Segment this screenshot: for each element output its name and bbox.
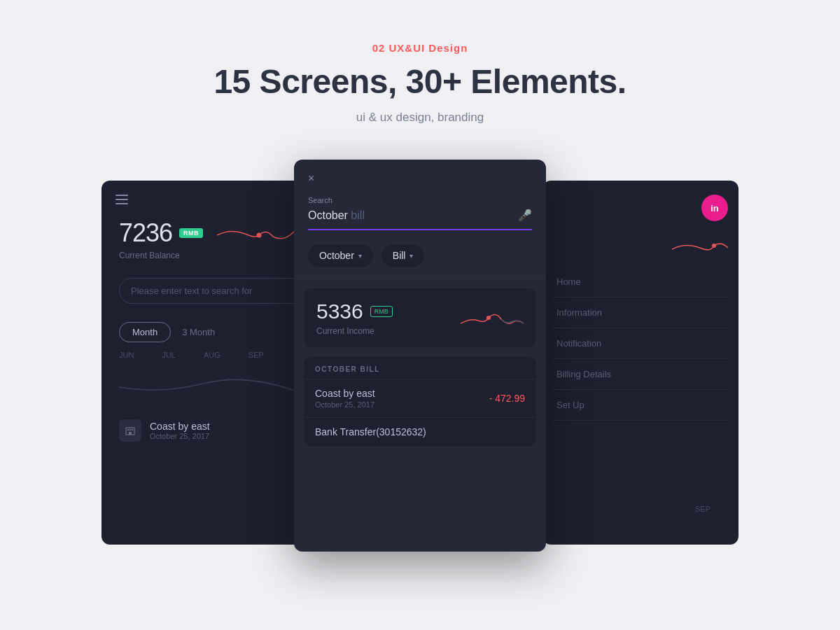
income-chart (461, 304, 524, 332)
header-title: 15 Screens, 30+ Elements. (214, 62, 626, 101)
search-placeholder: Please enter text to search for (131, 286, 252, 296)
svg-rect-2 (127, 429, 129, 430)
bill-item-1-amount: - 472.99 (489, 393, 525, 404)
month-button[interactable]: Month (119, 322, 171, 342)
search-section: Search October bill 🎤 (294, 190, 546, 233)
br-chart-container (542, 228, 738, 260)
nav-home[interactable]: Home (553, 267, 728, 298)
chevron-down-icon: ▾ (358, 252, 362, 260)
filter-bill-button[interactable]: Bill ▾ (382, 244, 425, 267)
bill-item-2[interactable]: Bank Transfer(30152632) (304, 417, 536, 446)
chevron-down-icon-2: ▾ (410, 252, 413, 260)
menu-icon[interactable] (115, 195, 128, 204)
br-nav-items: Home Information Notification Billing De… (542, 260, 738, 428)
search-row: October bill 🎤 (308, 209, 532, 230)
bill-item-1-info: Coast by east October 25, 2017 (315, 388, 375, 409)
balance-chart (217, 221, 301, 246)
search-october: October (308, 209, 348, 221)
income-label: Current Income (316, 326, 393, 336)
svg-rect-5 (129, 432, 132, 435)
br-chart (672, 235, 728, 260)
header-label: 02 UX&UI Design (214, 42, 626, 54)
search-label: Search (308, 196, 532, 204)
svg-rect-3 (130, 429, 131, 430)
header-subtitle: ui & ux design, branding (214, 111, 626, 125)
month-jun: JUN (119, 351, 134, 359)
back-right-screen: in Home Information Notification Billing… (542, 181, 738, 545)
search-bill: bill (348, 209, 365, 221)
filter-october-button[interactable]: October ▾ (308, 244, 373, 267)
mic-icon[interactable]: 🎤 (518, 209, 532, 222)
trans-icon (119, 419, 141, 442)
svg-point-0 (257, 232, 262, 237)
bill-item-2-name: Bank Transfer(30152632) (315, 426, 525, 438)
income-card: 5336 RMB Current Income (304, 288, 536, 347)
svg-point-7 (486, 316, 491, 320)
nav-billing[interactable]: Billing Details (553, 359, 728, 390)
in-badge: in (701, 195, 728, 221)
svg-point-6 (712, 244, 716, 248)
screens-container: 7236 RMB Current Balance Please enter te… (0, 160, 840, 566)
bill-item-1-name: Coast by east (315, 388, 375, 399)
close-button[interactable]: × (294, 160, 546, 190)
bill-section-header: OCTOBER BILL (304, 357, 536, 379)
nav-setup[interactable]: Set Up (553, 390, 728, 421)
front-modal-screen: × Search October bill 🎤 October ▾ Bill ▾ (294, 160, 546, 552)
filter-october-label: October (319, 250, 354, 261)
nav-notification[interactable]: Notification (553, 328, 728, 359)
month-aug: AUG (204, 351, 220, 359)
header-section: 02 UX&UI Design 15 Screens, 30+ Elements… (200, 0, 640, 153)
bill-item-1-date: October 25, 2017 (315, 400, 375, 409)
balance-amount: 7236 (119, 218, 172, 248)
building-icon (125, 425, 136, 436)
month-sep: SEP (248, 351, 264, 359)
three-month-button[interactable]: 3 Month (182, 327, 215, 337)
month-jul: JUL (162, 351, 176, 359)
br-header: in (542, 181, 738, 228)
rmb-badge: RMB (179, 228, 203, 238)
bill-section: OCTOBER BILL Coast by east October 25, 2… (304, 357, 536, 446)
income-info: 5336 RMB Current Income (316, 300, 393, 336)
income-amount: 5336 (316, 300, 363, 323)
search-text[interactable]: October bill (308, 209, 365, 222)
income-rmb-badge: RMB (370, 306, 393, 317)
filter-bill-label: Bill (393, 250, 406, 261)
br-month-sep: SEP (695, 505, 710, 513)
svg-rect-4 (132, 429, 133, 430)
filter-row: October ▾ Bill ▾ (294, 233, 546, 279)
bill-item-1[interactable]: Coast by east October 25, 2017 - 472.99 (304, 379, 536, 417)
nav-information[interactable]: Information (553, 298, 728, 328)
